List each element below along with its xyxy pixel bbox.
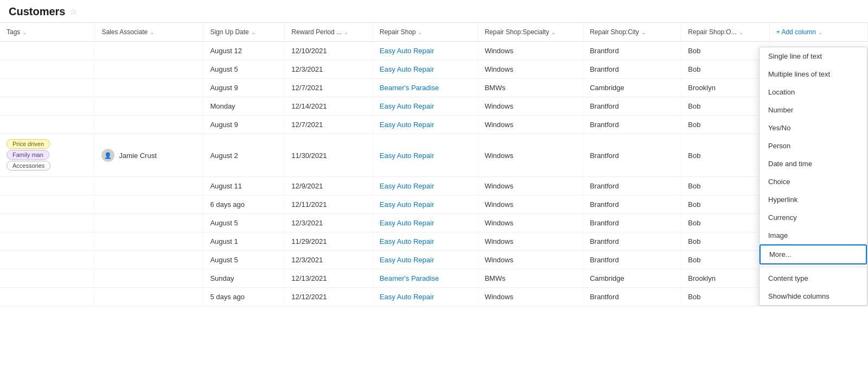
cell-repair-shop-o: Bob	[681, 42, 769, 60]
cell-repair-shop[interactable]: Easy Auto Repair	[373, 134, 478, 177]
dropdown-item-yes-no[interactable]: Yes/No	[760, 119, 867, 137]
cell-repair-shop-city: Brantford	[583, 116, 681, 134]
cell-repair-shop-city: Cambridge	[583, 269, 681, 288]
cell-repair-shop-city: Brantford	[583, 134, 681, 177]
cell-sales-associate	[95, 177, 203, 196]
cell-repair-shop-specialty: BMWs	[478, 269, 583, 288]
cell-repair-shop-specialty: Windows	[478, 232, 583, 251]
sales-associate-name: Jamie Crust	[119, 152, 156, 160]
cell-repair-shop[interactable]: Easy Auto Repair	[373, 116, 478, 134]
cell-sign-up-date: August 12	[203, 42, 285, 60]
cell-tags: Price driven Family man Accessories	[0, 134, 95, 177]
col-header-sign-up-date[interactable]: Sign Up Date ⌄	[203, 23, 285, 42]
cell-reward-period: 11/30/2021	[285, 134, 373, 177]
dropdown-item-person[interactable]: Person	[760, 137, 867, 155]
table-row: August 912/7/2021Beamer's ParadiseBMWsCa…	[0, 79, 868, 97]
cell-tags	[0, 288, 95, 306]
cell-tags	[0, 97, 95, 116]
cell-repair-shop-city: Brantford	[583, 42, 681, 60]
table-row: 6 days ago12/11/2021Easy Auto RepairWind…	[0, 196, 868, 214]
dropdown-item-location[interactable]: Location	[760, 83, 867, 101]
cell-repair-shop-o: Bob	[681, 196, 769, 214]
dropdown-item-show-hide[interactable]: Show/hide columns	[760, 287, 867, 305]
table-body: August 1212/10/2021Easy Auto RepairWindo…	[0, 42, 868, 306]
cell-reward-period: 11/29/2021	[285, 232, 373, 251]
cell-tags	[0, 60, 95, 79]
cell-sign-up-date: August 2	[203, 134, 285, 177]
cell-tags	[0, 251, 95, 269]
add-column-button[interactable]: + Add column ⌄ Single line of text Multi…	[769, 23, 867, 42]
cell-sign-up-date: August 11	[203, 177, 285, 196]
cell-repair-shop-o: Bob	[681, 214, 769, 232]
col-header-reward-period[interactable]: Reward Period ... ⌄	[285, 23, 373, 42]
star-icon[interactable]: ☆	[69, 7, 77, 17]
cell-repair-shop-o: Bob	[681, 116, 769, 134]
chevron-down-icon: ⌄	[22, 29, 27, 35]
tag-family-man[interactable]: Family man	[7, 150, 49, 160]
cell-repair-shop-o: Brooklyn	[681, 269, 769, 288]
cell-repair-shop[interactable]: Easy Auto Repair	[373, 251, 478, 269]
cell-reward-period: 12/11/2021	[285, 196, 373, 214]
cell-sales-associate	[95, 97, 203, 116]
col-header-repair-shop-specialty[interactable]: Repair Shop:Specialty ⌄	[478, 23, 583, 42]
cell-repair-shop-o: Bob	[681, 232, 769, 251]
cell-sales-associate	[95, 288, 203, 306]
cell-repair-shop[interactable]: Easy Auto Repair	[373, 60, 478, 79]
cell-repair-shop-specialty: Windows	[478, 177, 583, 196]
dropdown-item-date-time[interactable]: Date and time	[760, 155, 867, 173]
add-column-dropdown: Single line of text Multiple lines of te…	[759, 47, 867, 306]
cell-repair-shop[interactable]: Easy Auto Repair	[373, 97, 478, 116]
cell-sign-up-date: August 9	[203, 116, 285, 134]
cell-repair-shop-city: Brantford	[583, 232, 681, 251]
cell-repair-shop-city: Cambridge	[583, 79, 681, 97]
cell-repair-shop[interactable]: Easy Auto Repair	[373, 288, 478, 306]
table-row: August 512/3/2021Easy Auto RepairWindows…	[0, 251, 868, 269]
chevron-down-icon: ⌄	[818, 29, 822, 35]
cell-reward-period: 12/7/2021	[285, 116, 373, 134]
col-header-tags[interactable]: Tags ⌄	[0, 23, 95, 42]
cell-sign-up-date: August 9	[203, 79, 285, 97]
dropdown-item-hyperlink[interactable]: Hyperlink	[760, 191, 867, 209]
cell-repair-shop[interactable]: Easy Auto Repair	[373, 214, 478, 232]
dropdown-item-image[interactable]: Image	[760, 226, 867, 244]
cell-repair-shop-o: Bob	[681, 288, 769, 306]
cell-repair-shop-specialty: Windows	[478, 60, 583, 79]
cell-sales-associate	[95, 214, 203, 232]
cell-reward-period: 12/3/2021	[285, 60, 373, 79]
cell-sign-up-date: 6 days ago	[203, 196, 285, 214]
cell-repair-shop[interactable]: Beamer's Paradise	[373, 79, 478, 97]
cell-repair-shop-specialty: Windows	[478, 251, 583, 269]
table-row: August 111/29/2021Easy Auto RepairWindow…	[0, 232, 868, 251]
cell-sales-associate	[95, 251, 203, 269]
cell-tags	[0, 269, 95, 288]
dropdown-item-multiple-lines[interactable]: Multiple lines of text	[760, 65, 867, 83]
chevron-down-icon: ⌄	[551, 29, 556, 35]
dropdown-item-currency[interactable]: Currency	[760, 209, 867, 226]
col-header-repair-shop-o[interactable]: Repair Shop:O... ⌄	[681, 23, 769, 42]
cell-sales-associate	[95, 116, 203, 134]
cell-repair-shop-o: Brooklyn	[681, 79, 769, 97]
dropdown-separator	[760, 267, 867, 267]
col-header-repair-shop-city[interactable]: Repair Shop:City ⌄	[583, 23, 681, 42]
cell-repair-shop[interactable]: Easy Auto Repair	[373, 232, 478, 251]
cell-sales-associate	[95, 79, 203, 97]
tag-accessories[interactable]: Accessories	[7, 161, 50, 171]
cell-repair-shop[interactable]: Easy Auto Repair	[373, 42, 478, 60]
cell-repair-shop[interactable]: Easy Auto Repair	[373, 177, 478, 196]
cell-sign-up-date: August 5	[203, 214, 285, 232]
dropdown-item-content-type[interactable]: Content type	[760, 269, 867, 287]
col-header-sales-associate[interactable]: Sales Associate ⌄	[95, 23, 203, 42]
cell-repair-shop-o: Bob	[681, 251, 769, 269]
dropdown-item-number[interactable]: Number	[760, 101, 867, 119]
chevron-down-icon: ⌄	[739, 29, 743, 35]
tag-price-driven[interactable]: Price driven	[7, 139, 50, 149]
dropdown-item-single-line[interactable]: Single line of text	[760, 47, 867, 65]
col-header-repair-shop[interactable]: Repair Shop ⌄	[373, 23, 478, 42]
cell-repair-shop[interactable]: Easy Auto Repair	[373, 196, 478, 214]
table-container: Tags ⌄ Sales Associate ⌄ Sign Up Date ⌄	[0, 23, 868, 306]
cell-reward-period: 12/7/2021	[285, 79, 373, 97]
cell-sales-associate	[95, 42, 203, 60]
cell-repair-shop[interactable]: Beamer's Paradise	[373, 269, 478, 288]
dropdown-item-more[interactable]: More...	[760, 244, 867, 264]
dropdown-item-choice[interactable]: Choice	[760, 173, 867, 191]
